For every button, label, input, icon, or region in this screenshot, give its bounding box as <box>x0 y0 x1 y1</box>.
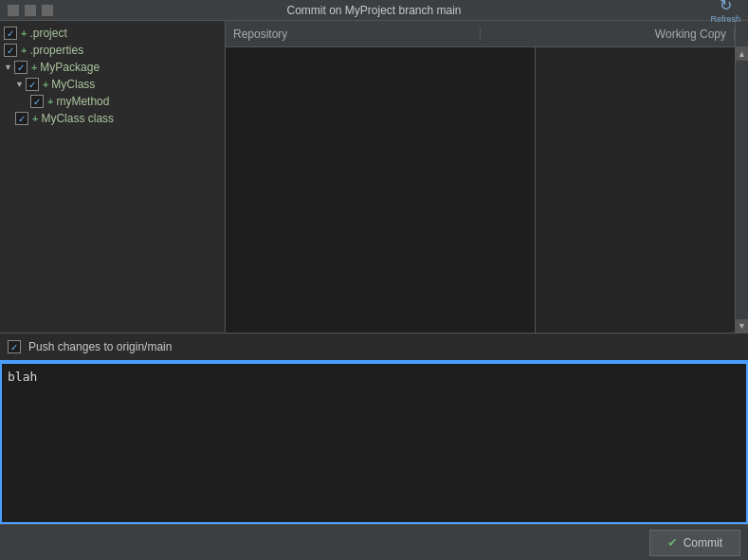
refresh-button[interactable]: ↻ Refresh <box>710 0 740 24</box>
plus-icon-mymethod: + <box>47 96 53 107</box>
repository-header: Repository <box>226 27 481 41</box>
maximize-button[interactable] <box>25 5 36 16</box>
bottom-bar: ✔ Commit <box>0 524 748 560</box>
tree-item-properties[interactable]: + .properties <box>0 42 225 59</box>
tree-item-mypackage[interactable]: ▼ + MyPackage <box>0 59 225 76</box>
commit-message-input[interactable] <box>2 364 746 522</box>
checkbox-myclassclass[interactable] <box>15 112 28 125</box>
expand-arrow-mypackage: ▼ <box>4 63 12 72</box>
tree-item-myclassclass[interactable]: + MyClass class <box>0 110 225 127</box>
plus-icon-mypackage: + <box>31 62 37 73</box>
plus-icon-project: + <box>21 27 27 39</box>
window-controls <box>8 5 53 16</box>
label-mypackage: MyPackage <box>40 61 100 74</box>
scrollbar-track[interactable] <box>736 61 749 319</box>
refresh-icon: ↻ <box>720 0 732 14</box>
plus-icon-properties: + <box>21 45 27 56</box>
diff-right-panel <box>536 47 735 333</box>
tree-item-myclass[interactable]: ▼ + MyClass <box>0 76 225 93</box>
diff-area: Repository Working Copy ▲ ▼ <box>226 21 748 333</box>
refresh-label: Refresh <box>710 14 740 24</box>
plus-icon-myclassclass: + <box>32 113 38 124</box>
diff-scrollbar[interactable]: ▲ ▼ <box>735 47 748 333</box>
push-checkbox[interactable] <box>8 340 21 353</box>
push-bar: Push changes to origin/main <box>0 334 748 362</box>
top-section: + .project + .properties ▼ + MyPackage ▼… <box>0 21 748 334</box>
checkbox-properties[interactable] <box>4 44 17 57</box>
label-project: .project <box>29 27 66 40</box>
label-properties: .properties <box>29 44 83 57</box>
diff-content: ▲ ▼ <box>226 47 748 333</box>
commit-message-area <box>0 362 748 524</box>
minimize-button[interactable] <box>8 5 19 16</box>
window-title: Commit on MyProject branch main <box>286 4 461 17</box>
label-myclassclass: MyClass class <box>41 112 114 125</box>
checkbox-mymethod[interactable] <box>30 95 44 108</box>
plus-icon-myclass: + <box>43 79 48 90</box>
label-mymethod: myMethod <box>56 95 109 108</box>
file-tree: + .project + .properties ▼ + MyPackage ▼… <box>0 21 226 333</box>
commit-button-label: Commit <box>684 536 722 550</box>
diff-left-panel <box>226 47 536 333</box>
expand-arrow-myclass: ▼ <box>15 80 24 89</box>
scrollbar-up-arrow[interactable]: ▲ <box>736 47 749 61</box>
close-button[interactable] <box>42 5 53 16</box>
main-layout: + .project + .properties ▼ + MyPackage ▼… <box>0 21 748 560</box>
scrollbar-down-arrow[interactable]: ▼ <box>736 319 749 333</box>
push-label: Push changes to origin/main <box>28 340 172 353</box>
label-myclass: MyClass <box>51 78 95 91</box>
tree-item-project[interactable]: + .project <box>0 25 225 42</box>
checkbox-myclass[interactable] <box>26 78 39 91</box>
refresh-area: ↻ Refresh <box>710 0 740 24</box>
diff-header: Repository Working Copy <box>226 21 748 47</box>
commit-button[interactable]: ✔ Commit <box>649 530 740 556</box>
commit-checkmark-icon: ✔ <box>667 535 678 550</box>
tree-item-mymethod[interactable]: + myMethod <box>0 93 225 110</box>
checkbox-project[interactable] <box>4 27 17 40</box>
title-bar: Commit on MyProject branch main ↻ Refres… <box>0 0 748 21</box>
checkbox-mypackage[interactable] <box>14 61 27 74</box>
working-copy-header: Working Copy <box>481 27 736 41</box>
